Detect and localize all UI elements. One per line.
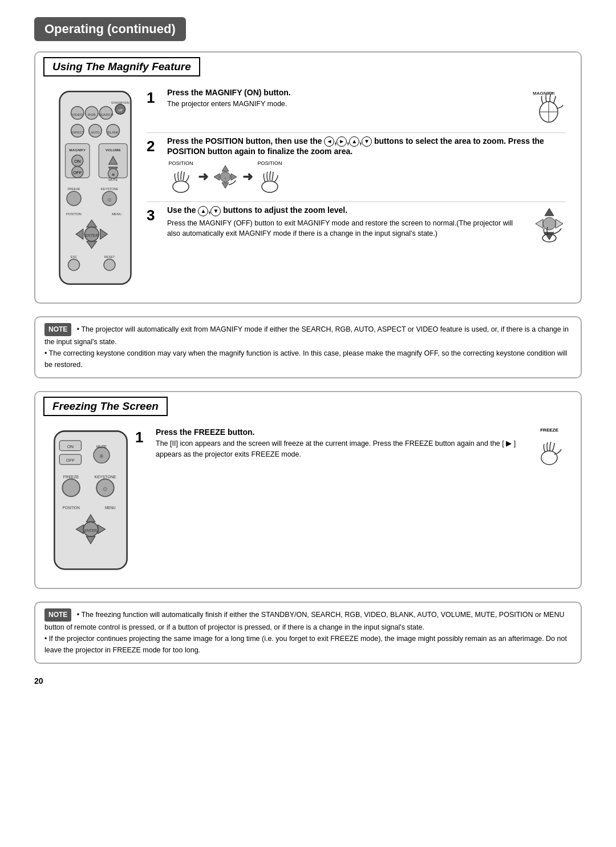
svg-text:off: off: [118, 108, 122, 112]
svg-text:STANDBY/ON: STANDBY/ON: [111, 101, 129, 104]
svg-point-32: [67, 191, 81, 205]
svg-text:POSITION: POSITION: [66, 212, 82, 216]
svg-text:OFF: OFF: [66, 458, 75, 463]
svg-marker-62: [536, 219, 543, 228]
svg-point-87: [541, 451, 557, 465]
svg-text:⊗: ⊗: [99, 454, 104, 459]
page-title-bar: Operating (continued): [34, 17, 186, 41]
svg-text:RESET: RESET: [104, 255, 115, 259]
svg-text:MENU: MENU: [112, 212, 121, 216]
svg-point-52: [173, 181, 189, 192]
step-3: 3 Use the ▲,▼ buttons to adjust the zoom…: [147, 205, 566, 244]
freeze-icon: FREEZE: [533, 427, 566, 469]
svg-text:VIDEO: VIDEO: [72, 112, 83, 116]
svg-text:VOLUME: VOLUME: [105, 148, 120, 152]
svg-text:MENU: MENU: [104, 506, 115, 510]
svg-text:ENTER: ENTER: [85, 233, 98, 237]
step3-desc: Press the MAGNIFY (OFF) button to exit M…: [167, 218, 527, 240]
svg-text:KEYSTONE: KEYSTONE: [94, 475, 116, 479]
svg-text:MUTE: MUTE: [96, 445, 107, 449]
magnify-on-icon: MAGNIFY ON: [532, 88, 566, 127]
svg-text:⊙: ⊙: [107, 197, 112, 203]
magnify-section: Using The Magnify Feature VIDEO RGB SEAR…: [34, 51, 582, 304]
freeze-step1-desc: The [II] icon appears and the screen wil…: [156, 438, 527, 460]
page-title: Operating (continued): [44, 22, 176, 36]
svg-marker-61: [545, 232, 554, 240]
svg-point-64: [543, 217, 556, 230]
freeze-step-1: 1 Press the FREEZE button. The [II] icon…: [135, 427, 566, 469]
page-number: 20: [34, 676, 582, 685]
magnify-steps: 1 Press the MAGNIFY (ON) button. The pro…: [144, 82, 572, 293]
note-label-freeze: NOTE: [44, 608, 71, 622]
svg-text:ENTER: ENTER: [84, 529, 97, 533]
step1-title: Press the MAGNIFY (ON) button.: [167, 88, 526, 97]
freeze-note-text1: • The freezing function will automatical…: [44, 611, 564, 631]
svg-text:ON: ON: [549, 91, 555, 95]
svg-text:⊙: ⊙: [103, 486, 107, 492]
svg-text:BLANK: BLANK: [108, 131, 119, 134]
note-label-magnify: NOTE: [44, 323, 71, 336]
svg-text:OFF: OFF: [73, 170, 82, 175]
step-2: 2 Press the POSITION button, then use th…: [147, 136, 566, 202]
svg-text:FREEZE: FREEZE: [63, 475, 79, 479]
step2-diagram: POSITION ➜: [167, 160, 566, 193]
svg-rect-66: [54, 431, 127, 570]
step1-desc: The projector enters MAGNIFY mode.: [167, 99, 526, 110]
svg-text:ON: ON: [74, 159, 80, 164]
svg-marker-56: [231, 174, 237, 180]
svg-marker-53: [222, 166, 229, 171]
svg-marker-60: [545, 208, 554, 216]
svg-point-45: [68, 259, 79, 271]
svg-marker-54: [222, 183, 229, 188]
svg-text:ASPECT: ASPECT: [71, 131, 84, 134]
magnify-note-text1: • The projector will automatically exit …: [44, 325, 569, 346]
freeze-note-text2: • If the projector continues projecting …: [44, 635, 567, 654]
svg-text:⊗: ⊗: [111, 173, 114, 176]
freeze-note: NOTE • The freezing function will automa…: [34, 602, 582, 664]
svg-text:FREEZE: FREEZE: [67, 187, 80, 191]
svg-text:ESC: ESC: [70, 255, 77, 259]
step-1: 1 Press the MAGNIFY (ON) button. The pro…: [147, 88, 566, 133]
svg-text:RGB: RGB: [87, 112, 95, 116]
svg-point-75: [62, 479, 80, 497]
freeze-section: Freezing The Screen ON OFF ⊗ MUTE: [34, 391, 582, 589]
freeze-step1-title: Press the FREEZE button.: [156, 427, 527, 437]
svg-point-46: [104, 259, 115, 271]
step2-title: Press the POSITION button, then use the …: [167, 136, 566, 156]
freeze-heading: Freezing The Screen: [43, 397, 168, 416]
remote-control-freeze: ON OFF ⊗ MUTE FREEZE KEYSTONE ⊙: [44, 422, 133, 579]
svg-text:+: +: [224, 176, 226, 180]
remote-control-magnify: VIDEO RGB SEARCH off STANDBY/ON ASPECT A…: [44, 82, 144, 293]
freeze-steps: 1 Press the FREEZE button. The [II] icon…: [133, 422, 572, 579]
svg-marker-63: [556, 219, 563, 228]
svg-text:SEARCH: SEARCH: [98, 112, 113, 116]
svg-text:AUTO: AUTO: [91, 131, 100, 134]
magnify-note-text2: • The correcting keystone condition may …: [44, 349, 567, 369]
svg-text:MAGNIFY: MAGNIFY: [69, 148, 86, 152]
magnify-note: NOTE • The projector will automatically …: [34, 316, 582, 378]
magnify-heading: Using The Magnify Feature: [43, 57, 200, 76]
svg-point-59: [262, 181, 278, 192]
step3-title: Use the ▲,▼ buttons to adjust the zoom l…: [167, 205, 527, 216]
svg-text:POSITION: POSITION: [62, 506, 80, 510]
svg-text:ON: ON: [67, 444, 73, 449]
svg-marker-55: [214, 174, 220, 180]
magnify-adjust-icon: [533, 205, 566, 244]
svg-text:KEYSTONE: KEYSTONE: [100, 187, 118, 191]
